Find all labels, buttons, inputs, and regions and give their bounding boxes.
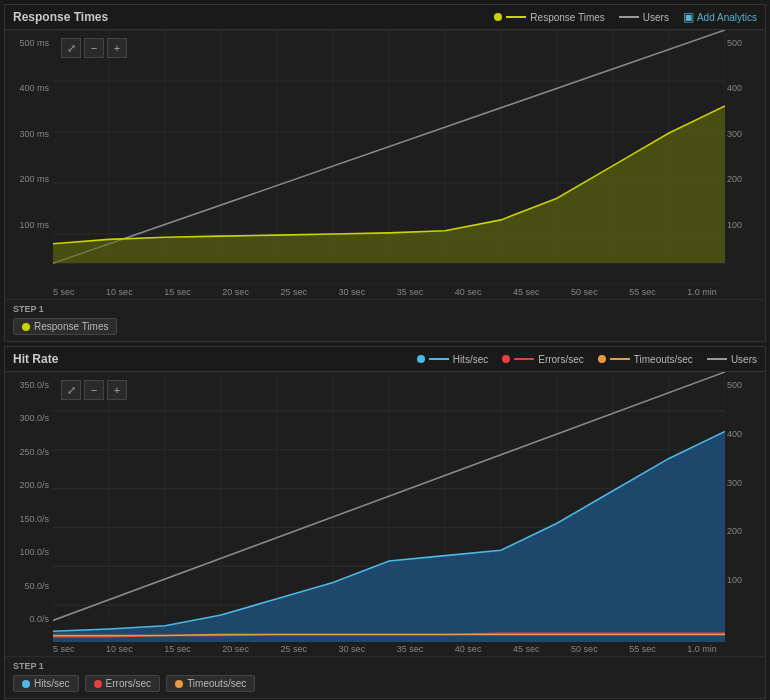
hit-rate-plus-button[interactable]: +	[107, 380, 127, 400]
response-times-svg	[53, 30, 725, 285]
timeouts-step-label: Timeouts/sec	[187, 678, 246, 689]
response-times-legend-label: Response Times	[530, 12, 604, 23]
errors-step-label: Errors/sec	[106, 678, 152, 689]
response-times-title: Response Times	[13, 10, 108, 24]
hit-rate-body: 350.0/s 300.0/s 250.0/s 200.0/s 150.0/s …	[5, 372, 765, 642]
add-analytics-button[interactable]: ▣ Add Analytics	[683, 10, 757, 24]
add-analytics-icon: ▣	[683, 10, 694, 24]
legend-response-times: Response Times	[494, 12, 604, 23]
response-times-y-axis-right: 500 400 300 200 100	[725, 30, 765, 285]
hit-rate-fit-button[interactable]: ⤢	[61, 380, 81, 400]
hit-rate-step-footer: STEP 1 Hits/sec Errors/sec Timeouts/sec	[5, 656, 765, 698]
hits-step-tag[interactable]: Hits/sec	[13, 675, 79, 692]
response-times-fit-button[interactable]: ⤢	[61, 38, 81, 58]
users-legend-label-rt: Users	[643, 12, 669, 23]
errors-legend-label: Errors/sec	[538, 354, 584, 365]
step-tag-label-rt: Response Times	[34, 321, 108, 332]
response-times-chart-area: ⤢ − +	[53, 30, 725, 285]
legend-hits: Hits/sec	[417, 354, 489, 365]
response-times-controls: ⤢ − +	[61, 38, 127, 58]
response-times-step-label: STEP 1	[13, 304, 757, 314]
timeouts-legend-dot	[598, 355, 606, 363]
legend-users-rt: Users	[619, 12, 669, 23]
hit-rate-x-axis: 5 sec 10 sec 15 sec 20 sec 25 sec 30 sec…	[5, 642, 765, 656]
timeouts-step-tag[interactable]: Timeouts/sec	[166, 675, 255, 692]
hit-rate-title: Hit Rate	[13, 352, 58, 366]
timeouts-step-dot	[175, 680, 183, 688]
add-analytics-label: Add Analytics	[697, 12, 757, 23]
timeouts-legend-line	[610, 358, 630, 360]
step-tag-dot-rt	[22, 323, 30, 331]
users-legend-label-hr: Users	[731, 354, 757, 365]
errors-step-tag[interactable]: Errors/sec	[85, 675, 161, 692]
hit-rate-svg	[53, 372, 725, 642]
legend-errors: Errors/sec	[502, 354, 584, 365]
errors-legend-line	[514, 358, 534, 360]
hits-step-dot	[22, 680, 30, 688]
response-times-plus-button[interactable]: +	[107, 38, 127, 58]
response-times-section: Response Times Response Times Users ▣ Ad…	[4, 4, 766, 342]
hit-rate-legend: Hits/sec Errors/sec Timeouts/sec Users	[417, 354, 757, 365]
response-times-step-footer: STEP 1 Response Times	[5, 299, 765, 341]
response-times-legend-line	[506, 16, 526, 18]
response-times-step-tag[interactable]: Response Times	[13, 318, 117, 335]
legend-users-hr: Users	[707, 354, 757, 365]
response-times-y-axis-left: 500 ms 400 ms 300 ms 200 ms 100 ms	[5, 30, 53, 285]
errors-step-dot	[94, 680, 102, 688]
response-times-body: 500 ms 400 ms 300 ms 200 ms 100 ms ⤢ − +	[5, 30, 765, 285]
users-legend-line-rt	[619, 16, 639, 18]
hit-rate-header: Hit Rate Hits/sec Errors/sec Timeouts/se…	[5, 347, 765, 372]
response-times-legend-dot	[494, 13, 502, 21]
response-times-header: Response Times Response Times Users ▣ Ad…	[5, 5, 765, 30]
response-times-x-axis: 5 sec 10 sec 15 sec 20 sec 25 sec 30 sec…	[5, 285, 765, 299]
hit-rate-step-tags: Hits/sec Errors/sec Timeouts/sec	[13, 675, 757, 692]
response-times-minus-button[interactable]: −	[84, 38, 104, 58]
timeouts-legend-label: Timeouts/sec	[634, 354, 693, 365]
hit-rate-controls: ⤢ − +	[61, 380, 127, 400]
hits-legend-dot	[417, 355, 425, 363]
errors-legend-dot	[502, 355, 510, 363]
response-times-legend: Response Times Users ▣ Add Analytics	[494, 10, 757, 24]
hit-rate-y-axis-left: 350.0/s 300.0/s 250.0/s 200.0/s 150.0/s …	[5, 372, 53, 642]
hit-rate-minus-button[interactable]: −	[84, 380, 104, 400]
response-times-step-tags: Response Times	[13, 318, 757, 335]
legend-timeouts: Timeouts/sec	[598, 354, 693, 365]
hits-legend-label: Hits/sec	[453, 354, 489, 365]
hits-legend-line	[429, 358, 449, 360]
hits-step-label: Hits/sec	[34, 678, 70, 689]
users-legend-line-hr	[707, 358, 727, 360]
hit-rate-chart-area: ⤢ − +	[53, 372, 725, 642]
hit-rate-section: Hit Rate Hits/sec Errors/sec Timeouts/se…	[4, 346, 766, 699]
hit-rate-step-label: STEP 1	[13, 661, 757, 671]
hit-rate-y-axis-right: 500 400 300 200 100	[725, 372, 765, 642]
